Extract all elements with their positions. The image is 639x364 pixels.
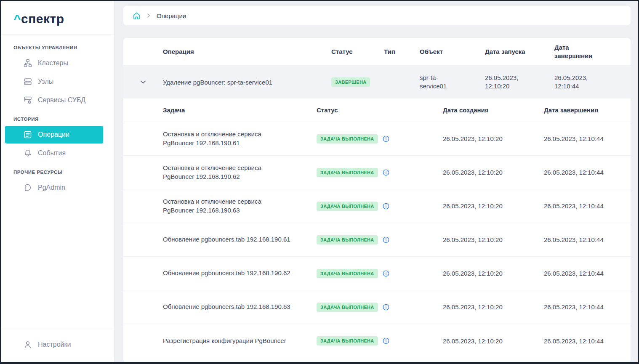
task-name: Обновление pgbouncers.tab 192.168.190.61 xyxy=(163,235,293,244)
chevron-right-icon xyxy=(146,13,152,19)
info-icon[interactable] xyxy=(382,337,390,345)
task-created: 26.05.2023, 12:10:20 xyxy=(443,169,544,176)
home-icon[interactable] xyxy=(133,12,141,20)
task-created: 26.05.2023, 12:10:20 xyxy=(443,270,544,277)
operations-header-row: Операция Статус Тип Объект Дата запуска … xyxy=(123,38,631,66)
sidebar-item-clusters[interactable]: Кластеры xyxy=(5,54,103,72)
col-header-task-status: Статус xyxy=(317,106,443,114)
task-status-badge: ЗАДАЧА ВЫПОЛНЕНА xyxy=(317,202,378,211)
sidebar: ^спектр ОБЪЕКТЫ УПРАВЛЕНИЯ Кластеры xyxy=(1,1,114,362)
task-finished: 26.05.2023, 12:10:44 xyxy=(544,202,631,210)
logo-text: спектр xyxy=(21,12,64,26)
events-icon xyxy=(24,149,32,157)
breadcrumb-current: Операции xyxy=(157,12,186,19)
task-created: 26.05.2023, 12:10:20 xyxy=(443,236,544,243)
task-name: Обновление pgbouncers.tab 192.168.190.62 xyxy=(163,269,293,277)
task-created: 26.05.2023, 12:10:20 xyxy=(443,202,544,210)
section-title-history: ИСТОРИЯ xyxy=(1,110,114,125)
person-icon xyxy=(24,340,32,349)
sidebar-item-label: Сервисы СУБД xyxy=(38,96,85,104)
task-row: Обновление pgbouncers.tab 192.168.190.61… xyxy=(123,223,631,257)
operation-object: spr-ta-service01 xyxy=(420,74,454,91)
task-row: Разрегистрация конфигурации PgBouncer ЗА… xyxy=(123,324,631,358)
app-logo[interactable]: ^спектр xyxy=(1,1,114,35)
task-name: Остановка и отключение сервиса PgBouncer… xyxy=(163,197,293,215)
section-title-management-objects: ОБЪЕКТЫ УПРАВЛЕНИЯ xyxy=(1,38,114,53)
task-name: Остановка и отключение сервиса PgBouncer… xyxy=(163,130,293,147)
sidebar-item-label: Узлы xyxy=(38,78,53,85)
operations-icon xyxy=(24,130,32,139)
sidebar-item-events[interactable]: События xyxy=(5,144,103,162)
sidebar-item-label: Операции xyxy=(38,131,69,138)
operation-status-badge: ЗАВЕРШЕНА xyxy=(331,77,370,87)
col-header-operation: Операция xyxy=(163,48,331,56)
task-finished: 26.05.2023, 12:10:44 xyxy=(544,337,631,345)
task-finished: 26.05.2023, 12:10:44 xyxy=(544,135,631,142)
info-icon[interactable] xyxy=(382,135,390,143)
info-icon[interactable] xyxy=(382,202,390,210)
sidebar-item-label: События xyxy=(38,149,66,157)
operation-started: 26.05.2023, 12:10:20 xyxy=(485,74,530,91)
section-title-other-resources: ПРОЧИЕ РЕСУРСЫ xyxy=(1,163,114,178)
sidebar-item-label: PgAdmin xyxy=(38,184,65,191)
task-finished: 26.05.2023, 12:10:44 xyxy=(544,303,631,311)
task-created: 26.05.2023, 12:10:20 xyxy=(443,135,544,142)
col-header-task-finished: Дата завершения xyxy=(544,106,631,114)
operation-row[interactable]: Удаление pgBouncer: spr-ta-service01 ЗАВ… xyxy=(123,66,631,98)
info-icon[interactable] xyxy=(382,270,390,277)
col-header-finished: Дата завершения xyxy=(554,43,595,60)
dbms-services-icon xyxy=(24,96,32,104)
clusters-icon xyxy=(24,59,32,67)
operation-name: Удаление pgBouncer: spr-ta-service01 xyxy=(163,79,331,86)
task-row: Обновление pgbouncers.tab 192.168.190.63… xyxy=(123,290,631,324)
main-content: Операции Операция Статус Тип Объект Дата… xyxy=(115,1,638,362)
task-row: Остановка и отключение сервиса PgBouncer… xyxy=(123,156,631,189)
task-row: Обновление pgbouncers.tab 192.168.190.62… xyxy=(123,257,631,290)
task-name: Остановка и отключение сервиса PgBouncer… xyxy=(163,164,293,181)
sidebar-item-settings[interactable]: Настройки xyxy=(5,336,103,353)
sidebar-item-nodes[interactable]: Узлы xyxy=(5,73,103,90)
task-status-badge: ЗАДАЧА ВЫПОЛНЕНА xyxy=(317,303,378,312)
task-created: 26.05.2023, 12:10:20 xyxy=(443,303,544,311)
col-header-object: Объект xyxy=(420,48,485,56)
breadcrumb: Операции xyxy=(123,6,631,25)
task-finished: 26.05.2023, 12:10:44 xyxy=(544,270,631,277)
tasks-header-row: Задача Статус Дата создания Дата заверше… xyxy=(123,98,631,122)
sidebar-item-label: Кластеры xyxy=(38,59,68,67)
info-icon[interactable] xyxy=(382,169,390,176)
task-status-badge: ЗАДАЧА ВЫПОЛНЕНА xyxy=(317,336,378,345)
sidebar-item-dbms-services[interactable]: Сервисы СУБД xyxy=(5,91,103,109)
info-icon[interactable] xyxy=(382,303,390,311)
sidebar-item-pgadmin[interactable]: PgAdmin xyxy=(5,179,103,197)
operation-finished: 26.05.2023, 12:10:44 xyxy=(554,74,599,91)
col-header-type: Тип xyxy=(384,48,420,56)
col-header-task: Задача xyxy=(163,106,317,114)
sidebar-nav: ОБЪЕКТЫ УПРАВЛЕНИЯ Кластеры Уз xyxy=(1,35,114,329)
task-name: Разрегистрация конфигурации PgBouncer xyxy=(163,337,293,345)
operations-table: Операция Статус Тип Объект Дата запуска … xyxy=(123,38,631,362)
chevron-down-icon[interactable] xyxy=(139,78,147,86)
task-created: 26.05.2023, 12:10:20 xyxy=(443,337,544,345)
sidebar-item-label: Настройки xyxy=(38,341,71,348)
task-finished: 26.05.2023, 12:10:44 xyxy=(544,169,631,176)
task-status-badge: ЗАДАЧА ВЫПОЛНЕНА xyxy=(317,134,378,143)
task-name: Обновление pgbouncers.tab 192.168.190.63 xyxy=(163,303,293,311)
task-status-badge: ЗАДАЧА ВЫПОЛНЕНА xyxy=(317,269,378,278)
sidebar-item-operations[interactable]: Операции xyxy=(5,126,103,143)
nodes-icon xyxy=(24,77,32,86)
task-status-badge: ЗАДАЧА ВЫПОЛНЕНА xyxy=(317,168,378,177)
pgadmin-icon xyxy=(24,183,32,192)
logo-caret: ^ xyxy=(13,12,21,26)
info-icon[interactable] xyxy=(382,236,390,244)
col-header-started: Дата запуска xyxy=(485,48,525,56)
sidebar-footer: Настройки xyxy=(1,329,114,362)
col-header-status: Статус xyxy=(331,48,384,56)
task-finished: 26.05.2023, 12:10:44 xyxy=(544,236,631,243)
task-status-badge: ЗАДАЧА ВЫПОЛНЕНА xyxy=(317,235,378,244)
task-row: Остановка и отключение сервиса PgBouncer… xyxy=(123,122,631,156)
task-row: Остановка и отключение сервиса PgBouncer… xyxy=(123,189,631,223)
col-header-task-created: Дата создания xyxy=(443,106,544,114)
